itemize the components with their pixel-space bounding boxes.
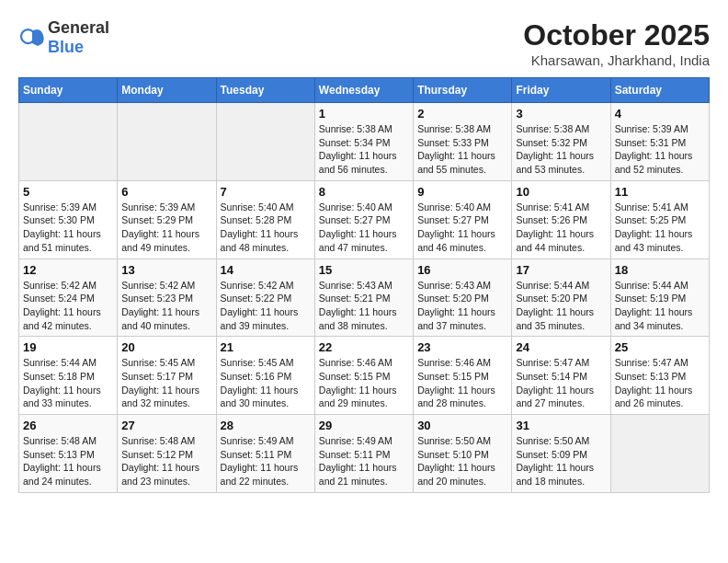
day-number: 29 <box>319 419 409 432</box>
cell-info: Sunrise: 5:40 AMSunset: 5:28 PMDaylight:… <box>221 201 311 255</box>
calendar-cell: 25Sunrise: 5:47 AMSunset: 5:13 PMDayligh… <box>610 337 709 415</box>
calendar-cell: 26Sunrise: 5:48 AMSunset: 5:13 PMDayligh… <box>19 415 118 493</box>
cell-info: Sunrise: 5:39 AMSunset: 5:31 PMDaylight:… <box>615 122 705 177</box>
calendar-cell: 17Sunrise: 5:44 AMSunset: 5:20 PMDayligh… <box>512 259 610 337</box>
week-row-4: 19Sunrise: 5:44 AMSunset: 5:18 PMDayligh… <box>19 337 710 415</box>
cell-info: Sunrise: 5:44 AMSunset: 5:18 PMDaylight:… <box>23 356 113 410</box>
calendar-cell <box>610 415 709 493</box>
day-number: 23 <box>417 340 507 354</box>
calendar-cell: 20Sunrise: 5:45 AMSunset: 5:17 PMDayligh… <box>118 337 216 415</box>
calendar-cell: 2Sunrise: 5:38 AMSunset: 5:33 PMDaylight… <box>414 103 512 181</box>
cell-info: Sunrise: 5:46 AMSunset: 5:15 PMDaylight:… <box>417 356 507 410</box>
cell-info: Sunrise: 5:46 AMSunset: 5:15 PMDaylight:… <box>319 356 409 410</box>
calendar-cell: 4Sunrise: 5:39 AMSunset: 5:31 PMDaylight… <box>610 103 709 181</box>
logo-icon <box>18 24 46 52</box>
day-number: 11 <box>615 185 705 199</box>
calendar-cell: 3Sunrise: 5:38 AMSunset: 5:32 PMDaylight… <box>512 103 610 181</box>
day-number: 18 <box>615 263 705 277</box>
cell-info: Sunrise: 5:38 AMSunset: 5:32 PMDaylight:… <box>516 122 606 177</box>
day-number: 7 <box>221 185 311 199</box>
weekday-header-friday: Friday <box>512 78 610 103</box>
cell-info: Sunrise: 5:40 AMSunset: 5:27 PMDaylight:… <box>417 201 507 255</box>
cell-info: Sunrise: 5:47 AMSunset: 5:13 PMDaylight:… <box>615 356 705 410</box>
cell-info: Sunrise: 5:41 AMSunset: 5:26 PMDaylight:… <box>516 201 606 255</box>
cell-info: Sunrise: 5:40 AMSunset: 5:27 PMDaylight:… <box>319 201 409 255</box>
page-header: General Blue October 2025 Kharsawan, Jha… <box>18 18 710 68</box>
cell-info: Sunrise: 5:44 AMSunset: 5:19 PMDaylight:… <box>615 279 705 333</box>
cell-info: Sunrise: 5:41 AMSunset: 5:25 PMDaylight:… <box>615 201 705 255</box>
calendar-cell: 27Sunrise: 5:48 AMSunset: 5:12 PMDayligh… <box>118 415 216 493</box>
day-number: 12 <box>23 263 113 277</box>
cell-info: Sunrise: 5:39 AMSunset: 5:29 PMDaylight:… <box>121 201 211 255</box>
day-number: 5 <box>23 185 113 199</box>
cell-info: Sunrise: 5:42 AMSunset: 5:24 PMDaylight:… <box>23 279 113 333</box>
location: Kharsawan, Jharkhand, India <box>523 52 710 68</box>
cell-info: Sunrise: 5:48 AMSunset: 5:12 PMDaylight:… <box>121 434 211 488</box>
day-number: 9 <box>417 185 507 199</box>
day-number: 8 <box>319 185 409 199</box>
weekday-header-monday: Monday <box>118 78 216 103</box>
day-number: 20 <box>121 340 211 354</box>
cell-info: Sunrise: 5:47 AMSunset: 5:14 PMDaylight:… <box>516 356 606 410</box>
day-number: 17 <box>516 263 606 277</box>
calendar-cell: 9Sunrise: 5:40 AMSunset: 5:27 PMDaylight… <box>414 180 512 259</box>
cell-info: Sunrise: 5:44 AMSunset: 5:20 PMDaylight:… <box>516 279 606 333</box>
day-number: 14 <box>221 263 311 277</box>
day-number: 2 <box>417 107 507 121</box>
calendar-cell: 31Sunrise: 5:50 AMSunset: 5:09 PMDayligh… <box>512 415 610 493</box>
day-number: 15 <box>319 263 409 277</box>
calendar-cell <box>19 103 118 181</box>
cell-info: Sunrise: 5:50 AMSunset: 5:09 PMDaylight:… <box>516 434 606 488</box>
day-number: 6 <box>121 185 211 199</box>
cell-info: Sunrise: 5:43 AMSunset: 5:21 PMDaylight:… <box>319 279 409 333</box>
day-number: 22 <box>319 340 409 354</box>
calendar-cell: 16Sunrise: 5:43 AMSunset: 5:20 PMDayligh… <box>414 259 512 337</box>
logo: General Blue <box>18 18 109 57</box>
day-number: 13 <box>121 263 211 277</box>
cell-info: Sunrise: 5:38 AMSunset: 5:34 PMDaylight:… <box>319 122 409 177</box>
week-row-1: 1Sunrise: 5:38 AMSunset: 5:34 PMDaylight… <box>19 103 710 181</box>
weekday-header-sunday: Sunday <box>19 78 118 103</box>
day-number: 26 <box>23 419 113 432</box>
day-number: 16 <box>417 263 507 277</box>
calendar-cell: 5Sunrise: 5:39 AMSunset: 5:30 PMDaylight… <box>19 180 118 259</box>
calendar-cell: 1Sunrise: 5:38 AMSunset: 5:34 PMDaylight… <box>314 103 413 181</box>
month-year: October 2025 <box>523 18 710 52</box>
calendar-cell: 24Sunrise: 5:47 AMSunset: 5:14 PMDayligh… <box>512 337 610 415</box>
cell-info: Sunrise: 5:45 AMSunset: 5:16 PMDaylight:… <box>221 356 311 410</box>
day-number: 4 <box>615 107 705 121</box>
calendar-cell: 10Sunrise: 5:41 AMSunset: 5:26 PMDayligh… <box>512 180 610 259</box>
cell-info: Sunrise: 5:43 AMSunset: 5:20 PMDaylight:… <box>417 279 507 333</box>
calendar-cell: 11Sunrise: 5:41 AMSunset: 5:25 PMDayligh… <box>610 180 709 259</box>
weekday-header-wednesday: Wednesday <box>314 78 413 103</box>
cell-info: Sunrise: 5:45 AMSunset: 5:17 PMDaylight:… <box>121 356 211 410</box>
day-number: 10 <box>516 185 606 199</box>
calendar-cell: 28Sunrise: 5:49 AMSunset: 5:11 PMDayligh… <box>216 415 314 493</box>
logo-text-general: General <box>48 18 109 37</box>
calendar-cell: 18Sunrise: 5:44 AMSunset: 5:19 PMDayligh… <box>610 259 709 337</box>
day-number: 27 <box>121 419 211 432</box>
day-number: 25 <box>615 340 705 354</box>
calendar-cell: 13Sunrise: 5:42 AMSunset: 5:23 PMDayligh… <box>118 259 216 337</box>
calendar-cell: 23Sunrise: 5:46 AMSunset: 5:15 PMDayligh… <box>414 337 512 415</box>
calendar-cell: 7Sunrise: 5:40 AMSunset: 5:28 PMDaylight… <box>216 180 314 259</box>
cell-info: Sunrise: 5:39 AMSunset: 5:30 PMDaylight:… <box>23 201 113 255</box>
day-number: 3 <box>516 107 606 121</box>
calendar-cell: 8Sunrise: 5:40 AMSunset: 5:27 PMDaylight… <box>314 180 413 259</box>
calendar-cell: 21Sunrise: 5:45 AMSunset: 5:16 PMDayligh… <box>216 337 314 415</box>
calendar-cell: 30Sunrise: 5:50 AMSunset: 5:10 PMDayligh… <box>414 415 512 493</box>
calendar-table: SundayMondayTuesdayWednesdayThursdayFrid… <box>18 77 710 493</box>
day-number: 31 <box>516 419 606 432</box>
cell-info: Sunrise: 5:42 AMSunset: 5:23 PMDaylight:… <box>121 279 211 333</box>
cell-info: Sunrise: 5:50 AMSunset: 5:10 PMDaylight:… <box>417 434 507 488</box>
week-row-3: 12Sunrise: 5:42 AMSunset: 5:24 PMDayligh… <box>19 259 710 337</box>
weekday-header-tuesday: Tuesday <box>216 78 314 103</box>
calendar-cell: 14Sunrise: 5:42 AMSunset: 5:22 PMDayligh… <box>216 259 314 337</box>
day-number: 24 <box>516 340 606 354</box>
weekday-header-saturday: Saturday <box>610 78 709 103</box>
weekday-header-thursday: Thursday <box>414 78 512 103</box>
day-number: 21 <box>221 340 311 354</box>
calendar-cell: 12Sunrise: 5:42 AMSunset: 5:24 PMDayligh… <box>19 259 118 337</box>
week-row-5: 26Sunrise: 5:48 AMSunset: 5:13 PMDayligh… <box>19 415 710 493</box>
calendar-cell: 6Sunrise: 5:39 AMSunset: 5:29 PMDaylight… <box>118 180 216 259</box>
